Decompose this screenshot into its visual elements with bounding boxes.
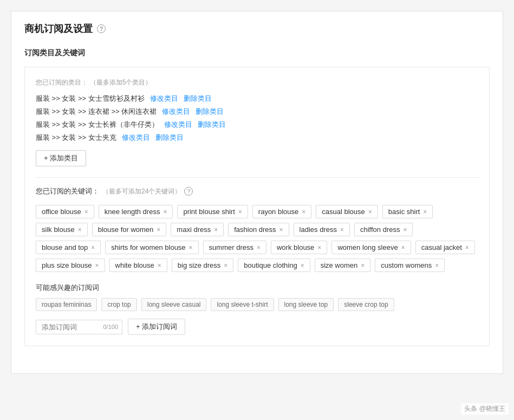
keyword-remove-icon[interactable]: × bbox=[224, 262, 227, 269]
keyword-remove-icon[interactable]: × bbox=[158, 262, 161, 269]
edit-category-button[interactable]: 修改类目 bbox=[162, 107, 190, 117]
category-path: 服装 >> 女装 >> 连衣裙 >> 休闲连衣裙 bbox=[36, 107, 157, 117]
keyword-remove-icon[interactable]: × bbox=[91, 244, 95, 251]
help-icon[interactable]: ? bbox=[97, 24, 106, 33]
keyword-tag-label: custom womens bbox=[381, 261, 432, 269]
keyword-input-wrap: 0/100 bbox=[36, 320, 122, 334]
input-counter: 0/100 bbox=[103, 324, 118, 330]
keyword-remove-icon[interactable]: × bbox=[435, 262, 439, 269]
keyword-tag-label: rayon blouse bbox=[258, 208, 298, 216]
delete-category-button[interactable]: 删除类目 bbox=[198, 120, 226, 130]
keyword-section-header: 您已订阅的关键词： （最多可添加24个关键词） ? bbox=[36, 186, 478, 196]
keyword-tag-label: shirts for women blouse bbox=[111, 243, 185, 251]
keyword-section: 您已订阅的关键词： （最多可添加24个关键词） ? office blouse×… bbox=[36, 186, 478, 272]
keyword-tag-label: knee length dress bbox=[105, 208, 160, 216]
keyword-tag-label: print blouse shirt bbox=[183, 208, 235, 216]
suggestion-tag[interactable]: long sleeve casual bbox=[141, 298, 207, 311]
keyword-remove-icon[interactable]: × bbox=[302, 209, 305, 215]
keyword-tag-label: maxi dress bbox=[177, 225, 211, 234]
keyword-tag-label: women long sleeve bbox=[337, 243, 398, 251]
suggestion-tag[interactable]: roupas femininas bbox=[36, 298, 97, 311]
edit-category-button[interactable]: 修改类目 bbox=[150, 94, 178, 104]
keyword-remove-icon[interactable]: × bbox=[78, 227, 82, 233]
keyword-remove-icon[interactable]: × bbox=[157, 227, 160, 233]
keyword-tag: white blouse× bbox=[109, 259, 167, 272]
suggestion-tag[interactable]: sleeve crop top bbox=[338, 298, 394, 311]
keyword-tag: basic shirt× bbox=[382, 205, 433, 218]
keyword-tag: casual jacket× bbox=[415, 241, 475, 254]
keyword-tag: print blouse shirt× bbox=[177, 205, 248, 218]
delete-category-button[interactable]: 删除类目 bbox=[155, 133, 184, 143]
delete-category-button[interactable]: 删除类目 bbox=[196, 107, 224, 117]
keyword-tag-label: summer dress bbox=[209, 243, 253, 251]
page-title-text: 商机订阅及设置 bbox=[24, 22, 93, 35]
keyword-remove-icon[interactable]: × bbox=[401, 244, 405, 251]
keyword-tag: maxi dress× bbox=[171, 223, 224, 236]
keyword-tag-label: blouse for women bbox=[98, 225, 154, 234]
edit-category-button[interactable]: 修改类目 bbox=[122, 133, 150, 143]
suggestion-tag[interactable]: crop top bbox=[101, 298, 136, 311]
add-keyword-button[interactable]: + 添加订阅词 bbox=[128, 319, 185, 335]
keyword-remove-icon[interactable]: × bbox=[238, 209, 242, 215]
category-row: 服装 >> 女装 >> 女士夹克修改类目删除类目 bbox=[36, 133, 478, 143]
keyword-tag-label: casual jacket bbox=[421, 243, 462, 251]
category-path: 服装 >> 女装 >> 女士夹克 bbox=[36, 133, 116, 143]
keyword-tag: work blouse× bbox=[271, 241, 327, 254]
keyword-remove-icon[interactable]: × bbox=[368, 209, 372, 215]
suggestion-section: 可能感兴趣的订阅词 roupas femininascrop toplong s… bbox=[36, 283, 478, 335]
category-header: 您已订阅的类目： （最多添加5个类目） bbox=[36, 78, 478, 87]
keyword-tag-label: plus size blouse bbox=[42, 261, 92, 269]
keyword-tag: office blouse× bbox=[36, 205, 94, 218]
keyword-tag-label: boutique clothing bbox=[244, 261, 297, 269]
category-header-limit: （最多添加5个类目） bbox=[90, 79, 152, 86]
keyword-header-label: 您已订阅的关键词： bbox=[36, 186, 99, 196]
keyword-tag-label: blouse and top bbox=[42, 243, 88, 251]
keyword-remove-icon[interactable]: × bbox=[361, 262, 365, 269]
keyword-tag: custom womens× bbox=[375, 259, 445, 272]
keyword-tag: women long sleeve× bbox=[331, 241, 411, 254]
keyword-remove-icon[interactable]: × bbox=[257, 244, 261, 251]
keyword-remove-icon[interactable]: × bbox=[423, 209, 427, 215]
keyword-remove-icon[interactable]: × bbox=[279, 227, 283, 233]
keyword-remove-icon[interactable]: × bbox=[301, 262, 304, 269]
keyword-tag: rayon blouse× bbox=[252, 205, 311, 218]
keyword-tag-label: office blouse bbox=[42, 208, 81, 216]
keyword-remove-icon[interactable]: × bbox=[163, 209, 167, 215]
keyword-tags-container: office blouse×knee length dress×print bl… bbox=[36, 205, 478, 272]
keyword-tag-label: big size dress bbox=[178, 261, 220, 269]
delete-category-button[interactable]: 删除类目 bbox=[184, 94, 212, 104]
keyword-remove-icon[interactable]: × bbox=[465, 244, 469, 251]
page-container: 商机订阅及设置 ? 订阅类目及关键词 您已订阅的类目： （最多添加5个类目） 服… bbox=[11, 11, 503, 374]
keyword-remove-icon[interactable]: × bbox=[189, 244, 193, 251]
keyword-remove-icon[interactable]: × bbox=[340, 227, 344, 233]
keyword-tag-label: chiffon dress bbox=[360, 225, 400, 234]
keyword-remove-icon[interactable]: × bbox=[403, 227, 407, 233]
keyword-remove-icon[interactable]: × bbox=[95, 262, 99, 269]
keyword-help-icon[interactable]: ? bbox=[184, 187, 193, 196]
keyword-tag: shirts for women blouse× bbox=[105, 241, 198, 254]
keyword-tag-label: fashion dress bbox=[234, 225, 276, 234]
keyword-tag: boutique clothing× bbox=[238, 259, 310, 272]
suggestion-tags-container: roupas femininascrop toplong sleeve casu… bbox=[36, 298, 478, 311]
keyword-remove-icon[interactable]: × bbox=[84, 209, 88, 215]
section-divider bbox=[36, 177, 478, 178]
suggestion-title: 可能感兴趣的订阅词 bbox=[36, 283, 478, 293]
keyword-remove-icon[interactable]: × bbox=[214, 227, 218, 233]
keyword-tag: chiffon dress× bbox=[354, 223, 413, 236]
add-keyword-row: 0/100 + 添加订阅词 bbox=[36, 319, 478, 335]
suggestion-tag[interactable]: long sleeve t-shirt bbox=[211, 298, 274, 311]
keyword-tag-label: basic shirt bbox=[388, 208, 420, 216]
add-category-button[interactable]: + 添加类目 bbox=[36, 150, 86, 166]
keyword-tag-label: silk blouse bbox=[42, 225, 75, 234]
keyword-tag: fashion dress× bbox=[228, 223, 289, 236]
keyword-tag-label: work blouse bbox=[277, 243, 314, 251]
category-path: 服装 >> 女装 >> 女士长裤（非牛仔类） bbox=[36, 120, 159, 130]
category-row: 服装 >> 女装 >> 女士长裤（非牛仔类）修改类目删除类目 bbox=[36, 120, 478, 130]
category-list: 服装 >> 女装 >> 女士雪纺衫及村衫修改类目删除类目服装 >> 女装 >> … bbox=[36, 94, 478, 143]
edit-category-button[interactable]: 修改类目 bbox=[164, 120, 192, 130]
main-card: 您已订阅的类目： （最多添加5个类目） 服装 >> 女装 >> 女士雪纺衫及村衫… bbox=[24, 67, 490, 346]
keyword-remove-icon[interactable]: × bbox=[317, 244, 321, 251]
keyword-header-limit: （最多可添加24个关键词） bbox=[102, 187, 181, 196]
category-row: 服装 >> 女装 >> 女士雪纺衫及村衫修改类目删除类目 bbox=[36, 94, 478, 104]
suggestion-tag[interactable]: long sleeve top bbox=[278, 298, 334, 311]
